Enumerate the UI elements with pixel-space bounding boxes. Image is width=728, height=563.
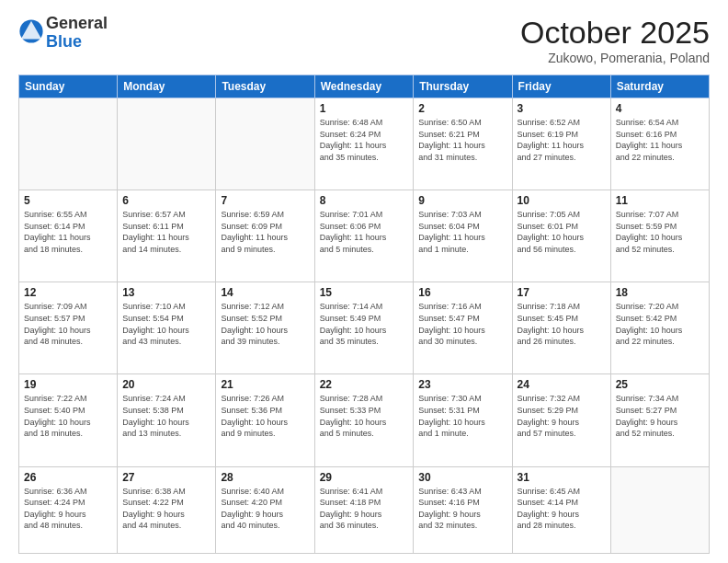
logo-blue: Blue: [46, 32, 82, 51]
day-number: 11: [616, 194, 704, 207]
day-number: 7: [221, 194, 309, 207]
calendar-cell-w4-d1: 19Sunrise: 7:22 AM Sunset: 5:40 PM Dayli…: [19, 374, 118, 466]
day-info: Sunrise: 7:03 AM Sunset: 6:04 PM Dayligh…: [418, 209, 506, 255]
day-info: Sunrise: 6:50 AM Sunset: 6:21 PM Dayligh…: [418, 117, 506, 163]
day-number: 4: [616, 102, 704, 115]
day-number: 19: [24, 378, 112, 391]
week-row-5: 26Sunrise: 6:36 AM Sunset: 4:24 PM Dayli…: [19, 466, 710, 553]
col-friday: Friday: [512, 75, 610, 98]
day-number: 17: [518, 286, 606, 299]
day-info: Sunrise: 7:09 AM Sunset: 5:57 PM Dayligh…: [24, 301, 112, 347]
day-info: Sunrise: 7:26 AM Sunset: 5:36 PM Dayligh…: [221, 393, 309, 439]
day-info: Sunrise: 6:59 AM Sunset: 6:09 PM Dayligh…: [221, 209, 309, 255]
calendar-cell-w5-d7: [610, 466, 709, 553]
calendar-cell-w4-d5: 23Sunrise: 7:30 AM Sunset: 5:31 PM Dayli…: [414, 374, 512, 466]
day-info: Sunrise: 6:41 AM Sunset: 4:18 PM Dayligh…: [320, 486, 409, 532]
day-info: Sunrise: 7:07 AM Sunset: 5:59 PM Dayligh…: [616, 209, 704, 255]
day-number: 8: [320, 194, 409, 207]
day-number: 26: [24, 471, 112, 484]
calendar-cell-w5-d5: 30Sunrise: 6:43 AM Sunset: 4:16 PM Dayli…: [414, 466, 512, 553]
day-info: Sunrise: 6:57 AM Sunset: 6:11 PM Dayligh…: [122, 209, 210, 255]
day-number: 6: [122, 194, 210, 207]
calendar-cell-w2-d7: 11Sunrise: 7:07 AM Sunset: 5:59 PM Dayli…: [610, 190, 709, 282]
day-number: 30: [418, 471, 506, 484]
calendar-cell-w3-d4: 15Sunrise: 7:14 AM Sunset: 5:49 PM Dayli…: [314, 282, 414, 374]
location-subtitle: Zukowo, Pomerania, Poland: [520, 51, 710, 65]
calendar-cell-w2-d1: 5Sunrise: 6:55 AM Sunset: 6:14 PM Daylig…: [19, 190, 118, 282]
month-title: October 2025: [520, 15, 710, 51]
day-number: 9: [418, 194, 506, 207]
week-row-4: 19Sunrise: 7:22 AM Sunset: 5:40 PM Dayli…: [19, 374, 710, 466]
calendar-cell-w2-d4: 8Sunrise: 7:01 AM Sunset: 6:06 PM Daylig…: [314, 190, 414, 282]
logo: General Blue: [18, 15, 108, 52]
day-info: Sunrise: 7:10 AM Sunset: 5:54 PM Dayligh…: [122, 301, 210, 347]
day-info: Sunrise: 6:43 AM Sunset: 4:16 PM Dayligh…: [418, 486, 506, 532]
day-number: 2: [418, 102, 506, 115]
page: General Blue October 2025 Zukowo, Pomera…: [0, 0, 728, 563]
day-number: 27: [122, 471, 210, 484]
day-number: 12: [24, 286, 112, 299]
calendar-table: Sunday Monday Tuesday Wednesday Thursday…: [18, 75, 710, 554]
calendar-cell-w3-d7: 18Sunrise: 7:20 AM Sunset: 5:42 PM Dayli…: [610, 282, 709, 374]
day-number: 23: [418, 378, 506, 391]
calendar-cell-w2-d3: 7Sunrise: 6:59 AM Sunset: 6:09 PM Daylig…: [216, 190, 314, 282]
calendar-cell-w4-d7: 25Sunrise: 7:34 AM Sunset: 5:27 PM Dayli…: [610, 374, 709, 466]
week-row-2: 5Sunrise: 6:55 AM Sunset: 6:14 PM Daylig…: [19, 190, 710, 282]
calendar-cell-w2-d5: 9Sunrise: 7:03 AM Sunset: 6:04 PM Daylig…: [414, 190, 512, 282]
calendar-cell-w5-d2: 27Sunrise: 6:38 AM Sunset: 4:22 PM Dayli…: [118, 466, 216, 553]
col-saturday: Saturday: [610, 75, 709, 98]
col-tuesday: Tuesday: [216, 75, 314, 98]
calendar-cell-w4-d3: 21Sunrise: 7:26 AM Sunset: 5:36 PM Dayli…: [216, 374, 314, 466]
day-number: 13: [122, 286, 210, 299]
day-info: Sunrise: 7:01 AM Sunset: 6:06 PM Dayligh…: [320, 209, 409, 255]
day-number: 31: [518, 471, 606, 484]
col-monday: Monday: [118, 75, 216, 98]
day-number: 21: [221, 378, 309, 391]
calendar-cell-w2-d2: 6Sunrise: 6:57 AM Sunset: 6:11 PM Daylig…: [118, 190, 216, 282]
calendar-header-row: Sunday Monday Tuesday Wednesday Thursday…: [19, 75, 710, 98]
calendar-cell-w1-d4: 1Sunrise: 6:48 AM Sunset: 6:24 PM Daylig…: [314, 98, 414, 190]
day-number: 25: [616, 378, 704, 391]
col-thursday: Thursday: [414, 75, 512, 98]
day-number: 14: [221, 286, 309, 299]
day-info: Sunrise: 7:16 AM Sunset: 5:47 PM Dayligh…: [418, 301, 506, 347]
day-info: Sunrise: 6:55 AM Sunset: 6:14 PM Dayligh…: [24, 209, 112, 255]
calendar-cell-w4-d4: 22Sunrise: 7:28 AM Sunset: 5:33 PM Dayli…: [314, 374, 414, 466]
calendar-cell-w5-d6: 31Sunrise: 6:45 AM Sunset: 4:14 PM Dayli…: [512, 466, 610, 553]
header: General Blue October 2025 Zukowo, Pomera…: [18, 15, 710, 65]
calendar-cell-w5-d4: 29Sunrise: 6:41 AM Sunset: 4:18 PM Dayli…: [314, 466, 414, 553]
day-number: 3: [518, 102, 606, 115]
week-row-3: 12Sunrise: 7:09 AM Sunset: 5:57 PM Dayli…: [19, 282, 710, 374]
logo-general: General: [46, 14, 108, 32]
logo-icon: [18, 18, 44, 44]
calendar-cell-w1-d1: [19, 98, 118, 190]
day-info: Sunrise: 6:52 AM Sunset: 6:19 PM Dayligh…: [518, 117, 606, 163]
day-number: 29: [320, 471, 409, 484]
day-info: Sunrise: 6:36 AM Sunset: 4:24 PM Dayligh…: [24, 486, 112, 532]
day-info: Sunrise: 7:18 AM Sunset: 5:45 PM Dayligh…: [518, 301, 606, 347]
day-number: 5: [24, 194, 112, 207]
calendar-cell-w1-d3: [216, 98, 314, 190]
day-info: Sunrise: 7:12 AM Sunset: 5:52 PM Dayligh…: [221, 301, 309, 347]
calendar-cell-w1-d6: 3Sunrise: 6:52 AM Sunset: 6:19 PM Daylig…: [512, 98, 610, 190]
day-number: 20: [122, 378, 210, 391]
day-number: 15: [320, 286, 409, 299]
day-info: Sunrise: 7:28 AM Sunset: 5:33 PM Dayligh…: [320, 393, 409, 439]
calendar-cell-w4-d2: 20Sunrise: 7:24 AM Sunset: 5:38 PM Dayli…: [118, 374, 216, 466]
day-info: Sunrise: 7:32 AM Sunset: 5:29 PM Dayligh…: [518, 393, 606, 439]
week-row-1: 1Sunrise: 6:48 AM Sunset: 6:24 PM Daylig…: [19, 98, 710, 190]
day-info: Sunrise: 6:45 AM Sunset: 4:14 PM Dayligh…: [518, 486, 606, 532]
calendar-cell-w5-d1: 26Sunrise: 6:36 AM Sunset: 4:24 PM Dayli…: [19, 466, 118, 553]
logo-text: General Blue: [46, 15, 108, 52]
calendar-cell-w1-d2: [118, 98, 216, 190]
calendar-cell-w3-d1: 12Sunrise: 7:09 AM Sunset: 5:57 PM Dayli…: [19, 282, 118, 374]
day-info: Sunrise: 6:54 AM Sunset: 6:16 PM Dayligh…: [616, 117, 704, 163]
calendar-cell-w3-d3: 14Sunrise: 7:12 AM Sunset: 5:52 PM Dayli…: [216, 282, 314, 374]
calendar-cell-w1-d5: 2Sunrise: 6:50 AM Sunset: 6:21 PM Daylig…: [414, 98, 512, 190]
calendar-cell-w1-d7: 4Sunrise: 6:54 AM Sunset: 6:16 PM Daylig…: [610, 98, 709, 190]
calendar-cell-w2-d6: 10Sunrise: 7:05 AM Sunset: 6:01 PM Dayli…: [512, 190, 610, 282]
calendar-cell-w3-d6: 17Sunrise: 7:18 AM Sunset: 5:45 PM Dayli…: [512, 282, 610, 374]
calendar-cell-w5-d3: 28Sunrise: 6:40 AM Sunset: 4:20 PM Dayli…: [216, 466, 314, 553]
calendar-cell-w3-d2: 13Sunrise: 7:10 AM Sunset: 5:54 PM Dayli…: [118, 282, 216, 374]
day-number: 10: [518, 194, 606, 207]
